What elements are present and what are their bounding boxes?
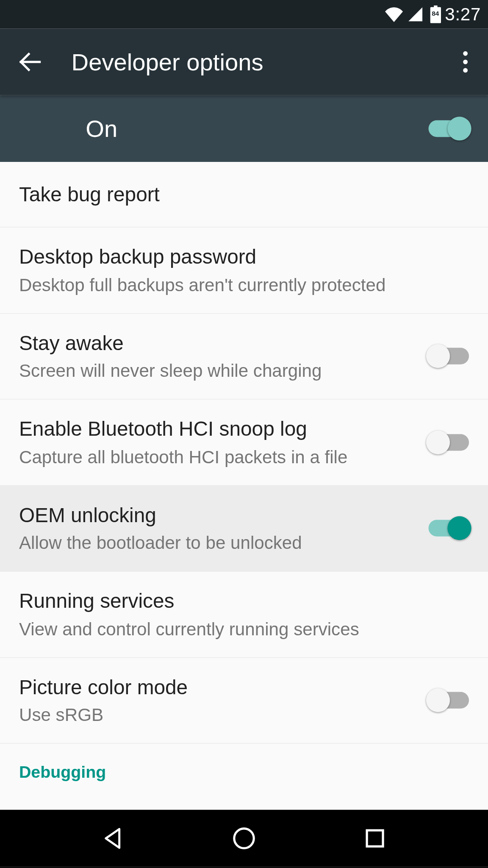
- row-title: Take bug report: [19, 182, 460, 207]
- row-desktop-backup-password[interactable]: Desktop backup passwordDesktop full back…: [0, 228, 488, 314]
- master-toggle-label: On: [86, 115, 428, 142]
- row-bluetooth-hci-snoop-switch[interactable]: [429, 430, 469, 454]
- row-title: Picture color mode: [19, 674, 419, 700]
- row-title: OEM unlocking: [19, 502, 419, 528]
- row-subtitle: Capture all bluetooth HCI packets in a f…: [19, 445, 419, 468]
- svg-point-2: [463, 60, 468, 64]
- svg-rect-5: [367, 830, 383, 846]
- row-subtitle: Use sRGB: [19, 703, 419, 726]
- row-picture-color-mode-switch[interactable]: [429, 688, 469, 712]
- svg-point-3: [463, 68, 468, 73]
- cellular-signal-icon: [407, 6, 423, 22]
- row-text: Stay awakeScreen will never sleep while …: [19, 330, 429, 382]
- master-toggle-row[interactable]: On: [0, 95, 488, 162]
- nav-recents-button[interactable]: [351, 815, 399, 862]
- row-stay-awake-switch[interactable]: [429, 344, 469, 368]
- page-title: Developer options: [72, 48, 448, 75]
- overflow-menu-button[interactable]: [447, 44, 483, 80]
- row-subtitle: Desktop full backups aren't currently pr…: [19, 273, 460, 296]
- row-text: Enable Bluetooth HCI snoop logCapture al…: [19, 416, 429, 468]
- row-text: Take bug report: [19, 182, 469, 207]
- row-text: Desktop backup passwordDesktop full back…: [19, 244, 469, 296]
- row-subtitle: View and control currently running servi…: [19, 617, 460, 640]
- section-header-debugging: Debugging: [0, 744, 488, 782]
- master-toggle-switch[interactable]: [429, 117, 469, 140]
- row-oem-unlocking[interactable]: OEM unlockingAllow the bootloader to be …: [0, 486, 488, 572]
- svg-point-4: [234, 829, 254, 848]
- row-text: Running servicesView and control current…: [19, 588, 469, 640]
- row-title: Desktop backup password: [19, 244, 460, 270]
- row-subtitle: Screen will never sleep while charging: [19, 359, 419, 382]
- row-text: OEM unlockingAllow the bootloader to be …: [19, 502, 429, 554]
- row-text: Picture color modeUse sRGB: [19, 674, 429, 726]
- row-picture-color-mode[interactable]: Picture color modeUse sRGB: [0, 658, 488, 744]
- status-time: 3:27: [445, 4, 481, 25]
- row-running-services[interactable]: Running servicesView and control current…: [0, 572, 488, 658]
- row-oem-unlocking-switch[interactable]: [429, 516, 469, 540]
- row-title: Running services: [19, 588, 460, 614]
- settings-list: Take bug reportDesktop backup passwordDe…: [0, 162, 488, 744]
- status-bar: 84 3:27: [0, 0, 488, 28]
- row-title: Enable Bluetooth HCI snoop log: [19, 416, 419, 442]
- battery-level-text: 84: [430, 9, 441, 17]
- row-take-bug-report[interactable]: Take bug report: [0, 162, 488, 228]
- navigation-bar: [0, 810, 488, 867]
- row-stay-awake[interactable]: Stay awakeScreen will never sleep while …: [0, 314, 488, 400]
- app-bar: Developer options: [0, 28, 488, 95]
- svg-point-1: [463, 51, 468, 56]
- nav-home-button[interactable]: [220, 815, 268, 862]
- row-title: Stay awake: [19, 330, 419, 356]
- nav-back-button[interactable]: [89, 815, 137, 862]
- back-button[interactable]: [12, 44, 47, 80]
- row-subtitle: Allow the bootloader to be unlocked: [19, 531, 419, 554]
- row-bluetooth-hci-snoop[interactable]: Enable Bluetooth HCI snoop logCapture al…: [0, 400, 488, 486]
- screen: 84 3:27 Developer options On Take bug re…: [0, 0, 488, 867]
- wifi-icon: [384, 6, 403, 22]
- content: On Take bug reportDesktop backup passwor…: [0, 95, 488, 810]
- battery-icon: 84: [430, 6, 441, 23]
